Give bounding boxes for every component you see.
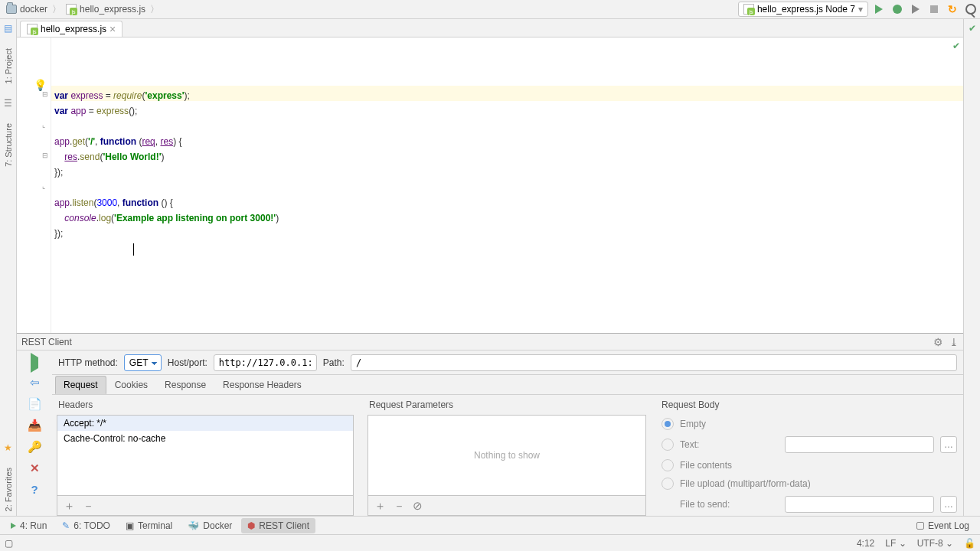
export-button[interactable]: 📄	[28, 397, 42, 411]
stop-button	[928, 3, 940, 15]
breadcrumb-separator: 〉	[150, 3, 159, 16]
js-file-icon: js	[27, 24, 38, 34]
body-text-radio[interactable]	[662, 439, 674, 451]
run-button[interactable]	[873, 3, 885, 15]
tab-request[interactable]: Request	[55, 376, 106, 394]
generate-auth-button[interactable]: 🔑	[28, 440, 42, 454]
left-tool-strip: ▤ 1: Project ☰ 7: Structure ★ 2: Favorit…	[0, 19, 17, 516]
host-port-label: Host/port:	[168, 357, 207, 368]
remove-header-button[interactable]: －	[83, 501, 94, 510]
js-file-icon: js	[66, 4, 77, 15]
breadcrumb-file[interactable]: js hello_express.js	[63, 2, 149, 16]
tool-hide-button[interactable]: ⤓	[949, 336, 959, 348]
params-list[interactable]: Nothing to show	[368, 415, 646, 496]
terminal-tool-tab[interactable]: ▣Terminal	[119, 518, 178, 533]
run-config-label: hello_express.js Node 7	[757, 4, 855, 15]
body-file-option[interactable]: File contents	[662, 459, 957, 471]
params-empty-text: Nothing to show	[474, 450, 540, 461]
body-text-browse-button[interactable]: …	[940, 436, 957, 453]
submit-request-button[interactable]	[31, 355, 38, 368]
chevron-down-icon: ▾	[858, 4, 863, 15]
search-everywhere-button[interactable]	[965, 3, 977, 15]
tab-response-headers[interactable]: Response Headers	[214, 376, 310, 394]
code-content[interactable]: var express = require('express'); var ap…	[54, 88, 963, 256]
todo-icon: ✎	[62, 520, 70, 531]
body-text-option[interactable]: Text: …	[662, 436, 957, 453]
folder-icon	[6, 5, 17, 14]
event-log-tab[interactable]: Event Log	[910, 518, 975, 533]
todo-tool-tab[interactable]: ✎6: TODO	[56, 518, 116, 533]
favorites-star-icon[interactable]: ★	[2, 442, 15, 454]
file-encoding[interactable]: UTF-8 ⌄	[917, 538, 953, 549]
file-to-send-row: File to send: …	[662, 496, 957, 513]
help-button[interactable]: ?	[31, 483, 38, 496]
debug-button[interactable]	[891, 3, 903, 15]
inspection-marker-icon[interactable]: ✔	[952, 42, 960, 50]
tool-settings-button[interactable]: ⚙	[933, 336, 943, 348]
close-tab-button[interactable]: ×	[109, 25, 116, 33]
request-parameters-panel: Request Parameters Nothing to show ＋ － ⊘	[363, 395, 651, 516]
fold-toggle-icon[interactable]: ⊟	[42, 90, 48, 98]
structure-tool-button[interactable]: 7: Structure	[4, 119, 13, 171]
run-tool-tab[interactable]: 4: Run	[5, 518, 53, 533]
tab-response[interactable]: Response	[156, 376, 214, 394]
line-separator[interactable]: LF ⌄	[885, 538, 906, 549]
breadcrumb-folder[interactable]: docker	[3, 2, 51, 16]
rest-icon: ⬢	[247, 520, 255, 531]
terminal-icon: ▣	[126, 520, 134, 531]
coverage-button[interactable]	[910, 3, 922, 15]
body-upload-option[interactable]: File upload (multipart/form-data)	[662, 478, 957, 490]
file-browse-button[interactable]: …	[940, 496, 957, 513]
header-row[interactable]: Accept: */*	[57, 416, 353, 431]
file-to-send-input[interactable]	[785, 496, 934, 513]
rest-left-toolbar: ⇦ 📄 📥 🔑 ✕ ?	[17, 350, 52, 516]
breadcrumb-separator: 〉	[52, 3, 61, 16]
editor-tab-label: hello_express.js	[41, 24, 106, 34]
request-line: HTTP method: GET Host/port: Path:	[52, 350, 963, 375]
favorites-tool-button[interactable]: 2: Favorites	[4, 463, 13, 516]
body-upload-radio[interactable]	[662, 478, 674, 490]
tool-window-quick-access-icon[interactable]: ▢	[5, 538, 13, 549]
editor-tab[interactable]: js hello_express.js ×	[20, 21, 122, 37]
body-empty-radio[interactable]	[662, 418, 674, 430]
body-empty-option[interactable]: Empty	[662, 418, 957, 430]
params-title: Request Parameters	[363, 395, 651, 415]
check-icon[interactable]: ✔	[966, 22, 978, 34]
js-file-icon: js	[743, 4, 754, 15]
bottom-tool-tabs: 4: Run ✎6: TODO ▣Terminal 🐳Docker ⬢REST …	[0, 516, 980, 534]
project-tool-icon[interactable]: ▤	[2, 22, 15, 34]
header-row[interactable]: Cache-Control: no-cache	[57, 431, 353, 446]
fold-toggle-icon[interactable]: ⊟	[42, 152, 48, 159]
history-back-button[interactable]: ⇦	[30, 376, 40, 390]
host-port-input[interactable]	[214, 354, 317, 371]
tab-cookies[interactable]: Cookies	[106, 376, 156, 394]
breadcrumb-file-label: hello_express.js	[80, 4, 145, 15]
docker-tool-tab[interactable]: 🐳Docker	[181, 518, 238, 533]
add-header-button[interactable]: ＋	[64, 501, 75, 510]
editor-gutter[interactable]: 💡 ⊟ ⌞ ⊟ ⌞	[17, 37, 51, 333]
import-button[interactable]: 📥	[28, 419, 42, 432]
run-configuration-selector[interactable]: js hello_express.js Node 7 ▾	[738, 2, 868, 17]
body-text-input[interactable]	[785, 436, 934, 453]
code-editor[interactable]: 💡 ⊟ ⌞ ⊟ ⌞ ✔ var express = require('expre…	[17, 37, 963, 333]
intention-bulb-icon[interactable]: 💡	[34, 79, 47, 91]
http-method-label: HTTP method:	[58, 357, 118, 368]
add-param-button[interactable]: ＋	[374, 501, 386, 510]
readonly-toggle-icon[interactable]: 🔓	[964, 538, 975, 549]
http-method-select[interactable]: GET	[124, 354, 162, 371]
right-tool-strip: ✔	[963, 19, 980, 516]
fold-end-icon: ⌞	[42, 182, 45, 190]
update-button[interactable]: ↻	[946, 3, 959, 15]
headers-title: Headers	[52, 395, 358, 415]
structure-tool-icon[interactable]: ☰	[2, 97, 15, 109]
headers-list[interactable]: Accept: */* Cache-Control: no-cache	[57, 415, 354, 496]
path-input[interactable]	[351, 354, 957, 371]
remove-param-button[interactable]: －	[394, 501, 405, 510]
clear-params-button[interactable]: ⊘	[413, 501, 423, 510]
rest-client-tool-tab[interactable]: ⬢REST Client	[241, 518, 315, 533]
body-file-radio[interactable]	[662, 459, 674, 471]
project-tool-button[interactable]: 1: Project	[4, 44, 13, 88]
caret-position[interactable]: 4:12	[857, 538, 874, 549]
breadcrumb: docker 〉 js hello_express.js 〉	[3, 2, 159, 16]
close-tool-button[interactable]: ✕	[30, 461, 40, 475]
